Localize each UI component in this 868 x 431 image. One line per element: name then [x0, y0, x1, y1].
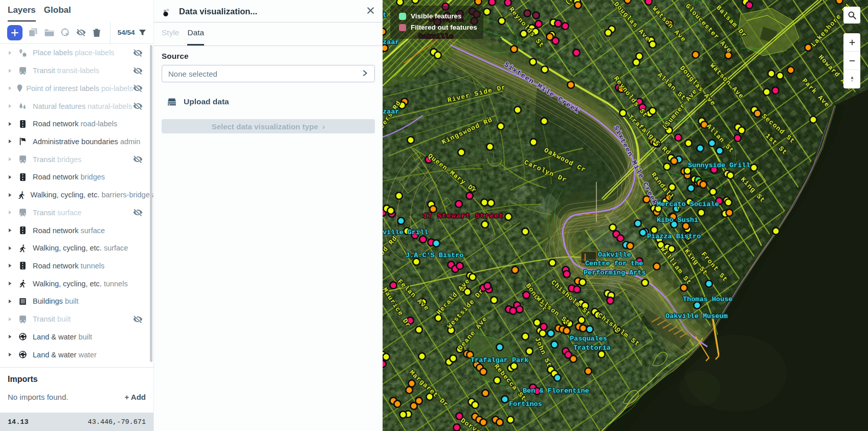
svg-text:zaar: zaar [383, 108, 399, 116]
svg-text:Piazza Bistro: Piazza Bistro [647, 233, 701, 240]
svg-text:Thomas House: Thomas House [683, 296, 732, 303]
svg-text:Sunnyside Grill: Sunnyside Grill [688, 162, 750, 169]
svg-text:Oakville Museum: Oakville Museum [665, 312, 728, 320]
svg-text:17 Stewart Street: 17 Stewart Street [423, 212, 504, 220]
svg-text:Ben & Florentine: Ben & Florentine [523, 387, 589, 395]
svg-text:Trattoria: Trattoria [573, 344, 611, 352]
svg-text:Oakville: Oakville [598, 251, 631, 259]
svg-text:Kibo Sushi: Kibo Sushi [657, 216, 698, 224]
svg-text:Mercato Sociale: Mercato Sociale [657, 200, 719, 208]
svg-text:Fortinos: Fortinos [509, 400, 542, 408]
svg-text:zaar: zaar [383, 38, 399, 46]
svg-text:Performing Arts: Performing Arts [584, 269, 646, 277]
svg-text:Pasquales: Pasquales [570, 335, 607, 343]
svg-text:Trafalgar Park: Trafalgar Park [471, 356, 528, 364]
svg-text:t: t [383, 11, 387, 19]
svg-text:ville Grill: ville Grill [383, 229, 428, 236]
svg-text:J.A.C'S Bistro: J.A.C'S Bistro [406, 252, 463, 259]
svg-text:Centre for the: Centre for the [585, 260, 643, 267]
